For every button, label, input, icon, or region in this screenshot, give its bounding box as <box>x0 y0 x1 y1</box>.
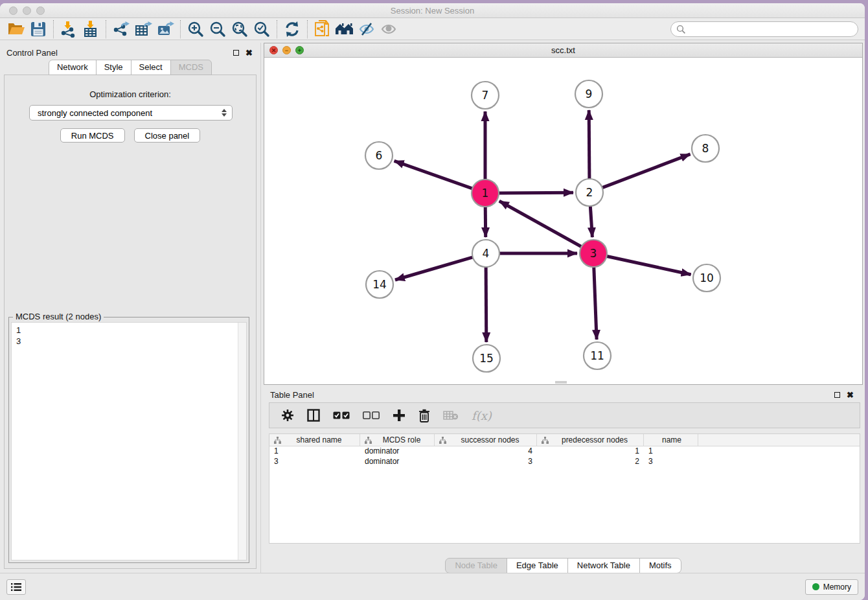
toolbar-separator <box>106 20 106 38</box>
function-builder-button[interactable]: f(x) <box>472 409 492 422</box>
graph-edge-4-14[interactable] <box>395 257 474 280</box>
graph-node-8[interactable]: 8 <box>692 135 719 162</box>
graph-node-15[interactable]: 15 <box>473 345 500 372</box>
column-header-shared-name[interactable]: shared name <box>269 434 360 446</box>
close-table-panel-icon[interactable]: ✖ <box>847 392 854 398</box>
zoom-out-button[interactable] <box>207 19 229 39</box>
graph-edge-3-10[interactable] <box>606 256 691 275</box>
node-label: 2 <box>586 186 593 199</box>
select-all-columns-button[interactable] <box>333 411 350 419</box>
import-table-button[interactable] <box>80 19 102 39</box>
mcds-result-text[interactable]: 13 <box>11 322 247 560</box>
network-canvas[interactable]: 1234678910111415 <box>264 58 862 384</box>
graph-edge-3-1[interactable] <box>499 201 583 248</box>
tab-mcds[interactable]: MCDS <box>170 60 212 75</box>
graph-node-2[interactable]: 2 <box>576 179 603 206</box>
graph-node-14[interactable]: 14 <box>366 271 393 298</box>
export-image-icon <box>156 21 174 38</box>
table-tab-motifs[interactable]: Motifs <box>639 558 681 573</box>
graph-edge-1-4[interactable] <box>485 205 486 237</box>
delete-table-button[interactable] <box>443 410 459 421</box>
table-cell[interactable]: 1 <box>269 446 360 457</box>
column-label: MCDS role <box>372 435 431 444</box>
graph-node-10[interactable]: 10 <box>693 264 720 292</box>
table-cell[interactable]: dominator <box>360 457 435 467</box>
export-table-button[interactable] <box>132 19 154 39</box>
graph-edge-3-11[interactable] <box>594 266 597 340</box>
zoom-fit-button[interactable] <box>229 19 251 39</box>
task-history-button[interactable] <box>6 579 26 595</box>
column-header-predecessor-nodes[interactable]: predecessor nodes <box>537 434 644 446</box>
column-label: shared name <box>281 435 357 444</box>
criterion-select[interactable]: strongly connected component <box>29 105 233 121</box>
result-line: 1 <box>16 325 246 336</box>
result-scrollbar[interactable] <box>238 323 246 560</box>
tab-network[interactable]: Network <box>49 60 97 75</box>
column-header-name[interactable]: name <box>644 434 698 446</box>
show-all-button[interactable] <box>378 19 400 39</box>
search-input[interactable] <box>670 21 858 37</box>
canvas-grip[interactable] <box>555 381 567 384</box>
close-panel-icon[interactable]: ✖ <box>246 50 253 56</box>
import-network-icon <box>60 21 77 38</box>
float-panel-icon[interactable] <box>233 50 239 56</box>
run-mcds-button[interactable]: Run MCDS <box>60 128 125 143</box>
table-tab-node-table[interactable]: Node Table <box>445 558 507 573</box>
graph-node-6[interactable]: 6 <box>365 142 393 169</box>
table-cell[interactable]: 3 <box>644 457 698 467</box>
graph-edge-2-9[interactable] <box>589 110 589 180</box>
export-network-button[interactable] <box>110 19 132 39</box>
zoom-out-icon <box>209 21 226 38</box>
delete-column-button[interactable] <box>418 409 430 422</box>
table-cell[interactable]: 3 <box>435 457 537 467</box>
node-label: 8 <box>702 142 709 155</box>
graph-node-3[interactable]: 3 <box>580 240 607 267</box>
app-titlebar: Session: New Session <box>0 3 865 18</box>
table-cell[interactable]: 1 <box>537 446 644 457</box>
table-tabs: Node TableEdge TableNetwork TableMotifs <box>264 558 863 573</box>
column-header-successor-nodes[interactable]: successor nodes <box>435 434 537 446</box>
float-table-panel-icon[interactable] <box>834 392 840 398</box>
column-header-mcds-role[interactable]: MCDS role <box>360 434 435 446</box>
add-column-button[interactable] <box>393 409 405 422</box>
graph-edge-2-3[interactable] <box>590 205 592 237</box>
memory-button[interactable]: Memory <box>805 579 858 595</box>
zoom-in-button[interactable] <box>185 19 207 39</box>
table-cell[interactable]: 3 <box>269 457 360 467</box>
import-network-button[interactable] <box>58 19 80 39</box>
table-split-view-button[interactable] <box>307 409 320 422</box>
graph-node-1[interactable]: 1 <box>472 179 499 207</box>
close-panel-button[interactable]: Close panel <box>134 128 201 143</box>
new-network-from-selection-button[interactable] <box>312 19 334 39</box>
graph-node-11[interactable]: 11 <box>584 342 611 369</box>
table-cell[interactable]: 2 <box>537 457 644 467</box>
hide-selected-button[interactable] <box>356 19 378 39</box>
tab-style[interactable]: Style <box>96 60 131 75</box>
graph-node-7[interactable]: 7 <box>472 82 499 109</box>
graph-node-4[interactable]: 4 <box>472 240 499 267</box>
node-label: 4 <box>483 247 490 260</box>
node-label: 3 <box>590 247 597 260</box>
table-settings-button[interactable] <box>281 409 294 422</box>
column-label: name <box>648 435 695 444</box>
deselect-all-columns-button[interactable] <box>363 411 380 419</box>
graph-edge-1-2[interactable] <box>497 192 573 193</box>
graph-node-9[interactable]: 9 <box>575 80 602 108</box>
table-tab-edge-table[interactable]: Edge Table <box>507 558 568 573</box>
copy-network-icon <box>314 20 331 38</box>
table-cell[interactable]: 4 <box>435 446 537 457</box>
export-image-button[interactable] <box>154 19 176 39</box>
graph-edge-2-8[interactable] <box>601 154 691 188</box>
table-cell[interactable]: dominator <box>360 446 435 457</box>
graph-edge-4-15[interactable] <box>486 266 486 342</box>
graph-edge-1-6[interactable] <box>394 161 474 189</box>
zoom-selected-button[interactable] <box>251 19 273 39</box>
tab-select[interactable]: Select <box>131 60 171 75</box>
save-session-button[interactable] <box>27 19 49 39</box>
network-view-window: ✕ − + scc.txt 1234678910111415 <box>264 43 863 385</box>
table-cell[interactable]: 1 <box>644 446 698 457</box>
refresh-view-button[interactable] <box>281 19 303 39</box>
first-neighbors-button[interactable] <box>334 19 356 39</box>
open-file-button[interactable] <box>5 19 27 39</box>
table-tab-network-table[interactable]: Network Table <box>567 558 640 573</box>
